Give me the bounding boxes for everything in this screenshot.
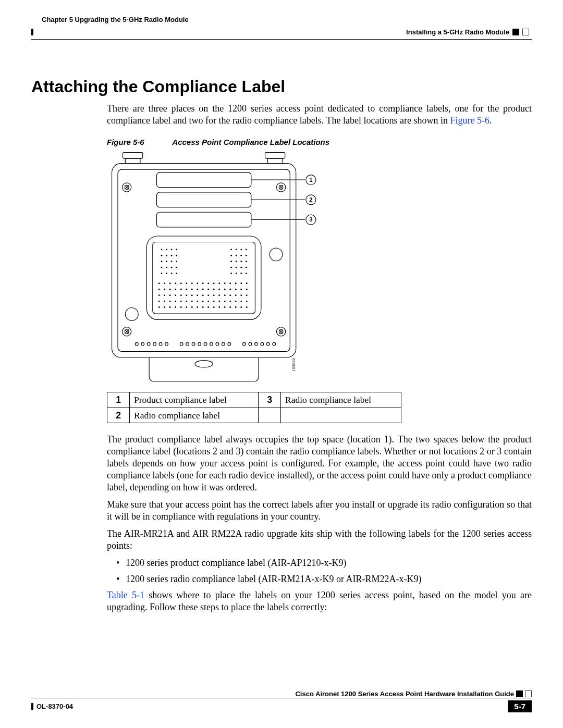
table-xref[interactable]: Table 5-1 bbox=[107, 590, 144, 600]
list-item: 1200 series product compliance label (AI… bbox=[116, 557, 532, 569]
svg-point-53 bbox=[240, 267, 242, 268]
svg-point-54 bbox=[246, 267, 247, 268]
svg-point-145 bbox=[125, 308, 138, 321]
section-heading: Attaching the Compliance Label bbox=[31, 77, 532, 96]
svg-point-144 bbox=[270, 248, 283, 261]
svg-point-136 bbox=[207, 306, 209, 308]
svg-point-29 bbox=[171, 261, 173, 263]
svg-point-63 bbox=[180, 283, 182, 285]
svg-point-128 bbox=[164, 306, 165, 308]
svg-point-169 bbox=[243, 343, 246, 346]
svg-point-39 bbox=[230, 249, 232, 251]
svg-point-135 bbox=[202, 306, 204, 308]
svg-point-115 bbox=[186, 301, 187, 302]
svg-point-75 bbox=[246, 283, 248, 285]
svg-rect-6 bbox=[156, 172, 251, 188]
svg-point-45 bbox=[240, 255, 242, 256]
header-section: Installing a 5-GHz Radio Module bbox=[406, 28, 529, 36]
svg-point-83 bbox=[197, 289, 198, 290]
svg-point-68 bbox=[207, 283, 209, 285]
svg-point-98 bbox=[186, 294, 187, 296]
svg-point-168 bbox=[228, 343, 231, 346]
svg-point-69 bbox=[213, 283, 215, 285]
svg-point-81 bbox=[186, 289, 187, 290]
svg-point-55 bbox=[230, 273, 232, 274]
header-rule bbox=[31, 39, 532, 40]
svg-point-116 bbox=[191, 301, 193, 302]
svg-rect-17 bbox=[146, 236, 261, 319]
svg-point-67 bbox=[202, 283, 204, 285]
svg-point-34 bbox=[176, 267, 177, 268]
svg-point-71 bbox=[224, 283, 226, 285]
paragraph-2: The product compliance label always occu… bbox=[107, 434, 532, 493]
svg-point-77 bbox=[164, 289, 165, 290]
svg-point-87 bbox=[218, 289, 220, 290]
svg-point-70 bbox=[218, 283, 220, 285]
svg-point-142 bbox=[240, 306, 242, 308]
figure-xref[interactable]: Figure 5-6 bbox=[450, 115, 489, 126]
svg-point-86 bbox=[213, 289, 215, 290]
svg-rect-1 bbox=[125, 158, 140, 164]
svg-point-131 bbox=[180, 306, 182, 308]
figure-id-number: 103640 bbox=[291, 358, 296, 371]
svg-point-76 bbox=[158, 289, 160, 290]
footer-left-bar bbox=[31, 703, 33, 710]
paragraph-3: Make sure that your access point has the… bbox=[107, 499, 532, 523]
svg-point-161 bbox=[186, 343, 189, 346]
svg-point-26 bbox=[176, 255, 177, 256]
svg-point-110 bbox=[158, 301, 160, 302]
body-content: There are three places on the 1200 serie… bbox=[107, 103, 532, 613]
svg-point-164 bbox=[204, 343, 207, 346]
svg-point-22 bbox=[176, 249, 177, 251]
svg-point-171 bbox=[255, 343, 258, 346]
svg-point-28 bbox=[166, 261, 167, 263]
svg-point-92 bbox=[246, 289, 248, 290]
svg-point-23 bbox=[161, 255, 163, 256]
svg-point-44 bbox=[236, 255, 237, 256]
svg-point-107 bbox=[235, 294, 237, 296]
header-left-bar bbox=[31, 29, 33, 35]
svg-point-113 bbox=[175, 301, 176, 302]
svg-point-89 bbox=[229, 289, 231, 290]
table-row: 1 Product compliance label 3 Radio compl… bbox=[107, 392, 401, 408]
svg-point-143 bbox=[246, 306, 248, 308]
svg-point-109 bbox=[246, 294, 248, 296]
svg-point-125 bbox=[240, 301, 242, 302]
header-marker-outline bbox=[522, 29, 529, 35]
svg-point-33 bbox=[171, 267, 173, 268]
paragraph-4: The AIR-MR21A and AIR RM22A radio upgrad… bbox=[107, 528, 532, 552]
svg-point-140 bbox=[229, 306, 231, 308]
intro-paragraph: There are three places on the 1200 serie… bbox=[107, 103, 532, 127]
svg-point-84 bbox=[202, 289, 204, 290]
page-footer: Cisco Aironet 1200 Series Access Point H… bbox=[31, 690, 532, 712]
svg-point-97 bbox=[180, 294, 182, 296]
svg-point-139 bbox=[224, 306, 226, 308]
svg-point-106 bbox=[229, 294, 231, 296]
svg-point-50 bbox=[246, 261, 247, 263]
svg-point-62 bbox=[175, 283, 176, 285]
svg-point-126 bbox=[246, 301, 248, 302]
svg-point-66 bbox=[197, 283, 198, 285]
page-header: Chapter 5 Upgrading the 5-GHz Radio Modu… bbox=[31, 16, 532, 39]
svg-point-132 bbox=[186, 306, 187, 308]
callout-2: 2 bbox=[309, 196, 312, 203]
svg-point-40 bbox=[236, 249, 237, 251]
callout-1: 1 bbox=[309, 177, 313, 183]
paragraph-5: Table 5-1 shows where to place the label… bbox=[107, 589, 532, 613]
svg-point-174 bbox=[273, 343, 276, 346]
svg-point-95 bbox=[169, 294, 171, 296]
svg-point-51 bbox=[230, 267, 232, 268]
svg-point-43 bbox=[230, 255, 232, 256]
figure-legend-table: 1 Product compliance label 3 Radio compl… bbox=[107, 392, 401, 423]
svg-point-27 bbox=[161, 261, 163, 263]
svg-point-118 bbox=[202, 301, 204, 302]
svg-point-141 bbox=[235, 306, 237, 308]
svg-point-36 bbox=[166, 273, 167, 274]
svg-point-64 bbox=[186, 283, 187, 285]
svg-point-166 bbox=[216, 343, 219, 346]
svg-point-114 bbox=[180, 301, 182, 302]
svg-point-102 bbox=[207, 294, 209, 296]
svg-point-60 bbox=[164, 283, 165, 285]
page-number: 5-7 bbox=[508, 700, 532, 712]
svg-point-130 bbox=[175, 306, 176, 308]
